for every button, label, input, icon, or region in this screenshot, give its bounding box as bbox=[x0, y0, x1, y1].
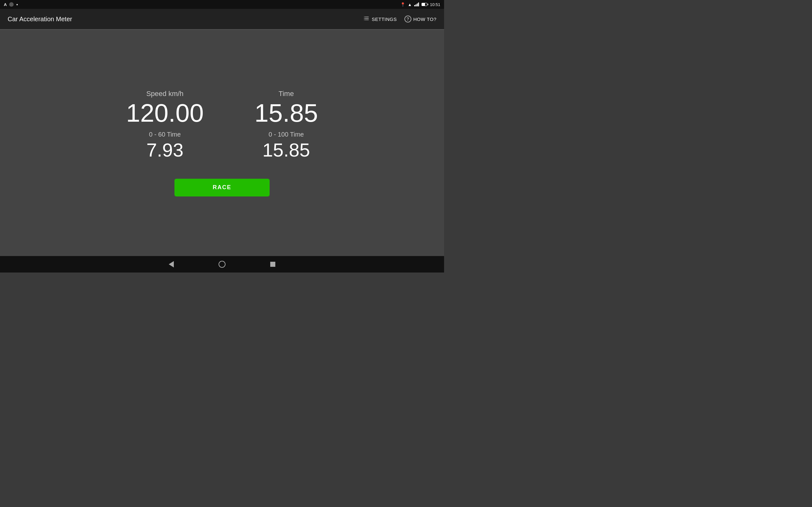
storage-icon: ▪ bbox=[16, 2, 18, 7]
speed-label: Speed km/h bbox=[146, 90, 183, 98]
time-display: 10:51 bbox=[430, 2, 440, 7]
main-content: Speed km/h 120.00 0 - 60 Time 7.93 Time … bbox=[0, 30, 444, 256]
back-nav-button[interactable] bbox=[165, 258, 177, 271]
speed-value: 120.00 bbox=[126, 101, 204, 126]
back-icon bbox=[169, 261, 174, 268]
time-value: 15.85 bbox=[254, 101, 318, 126]
home-icon bbox=[218, 261, 225, 268]
signal-bars-icon bbox=[414, 3, 419, 6]
location-icon: 📍 bbox=[400, 2, 405, 7]
recents-icon bbox=[270, 262, 275, 267]
recents-nav-button[interactable] bbox=[266, 258, 279, 271]
zero-sixty-label: 0 - 60 Time bbox=[149, 131, 181, 138]
race-button[interactable]: RACE bbox=[174, 179, 270, 196]
notification-a-icon: A bbox=[4, 2, 7, 7]
howto-label: HOW TO? bbox=[413, 16, 437, 22]
zero-sixty-value: 7.93 bbox=[147, 141, 184, 160]
app-title: Car Acceleration Meter bbox=[8, 15, 72, 23]
wifi-icon: ▲ bbox=[408, 2, 412, 7]
settings-label: SETTINGS bbox=[372, 16, 397, 22]
time-label: Time bbox=[278, 90, 294, 98]
metrics-row: Speed km/h 120.00 0 - 60 Time 7.93 Time … bbox=[126, 90, 318, 160]
help-icon: ? bbox=[404, 15, 411, 22]
settings-button[interactable]: SETTINGS bbox=[363, 15, 397, 23]
zero-hundred-label: 0 - 100 Time bbox=[269, 131, 304, 138]
zero-hundred-value: 15.85 bbox=[262, 141, 310, 160]
bottom-nav-bar bbox=[0, 256, 444, 273]
app-bar-actions: SETTINGS ? HOW TO? bbox=[363, 15, 437, 23]
settings-icon bbox=[363, 15, 370, 23]
home-nav-button[interactable] bbox=[216, 258, 229, 271]
howto-button[interactable]: ? HOW TO? bbox=[404, 15, 437, 22]
status-bar: A ▪ 📍 ▲ 10:51 bbox=[0, 0, 444, 9]
circle-status-icon bbox=[9, 2, 14, 7]
speed-metric-group: Speed km/h 120.00 0 - 60 Time 7.93 bbox=[126, 90, 204, 160]
battery-icon bbox=[421, 2, 427, 7]
app-bar: Car Acceleration Meter SETTINGS ? HOW TO… bbox=[0, 9, 444, 29]
status-left-icons: A ▪ bbox=[4, 2, 18, 7]
time-metric-group: Time 15.85 0 - 100 Time 15.85 bbox=[254, 90, 318, 160]
status-right-icons: 📍 ▲ 10:51 bbox=[400, 2, 440, 7]
